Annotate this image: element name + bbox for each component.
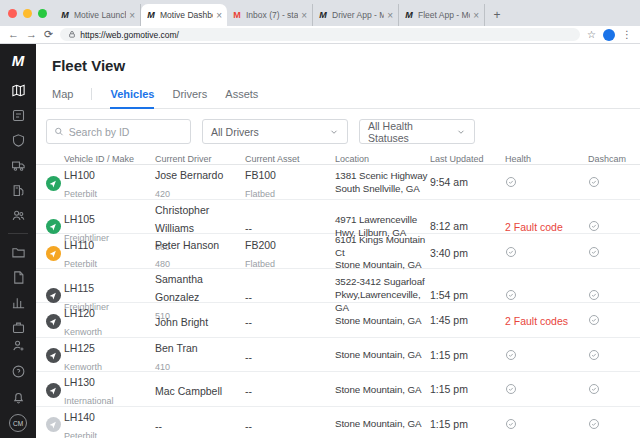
help-icon	[11, 364, 26, 379]
sidebar-item-fuel-icon[interactable]	[7, 181, 29, 199]
vehicle-location: 6101 Kings Mountain Ct Stone Mountain, G…	[335, 234, 430, 272]
search-input[interactable]	[69, 126, 183, 138]
browser-tab[interactable]: MInbox (7) - stan.marshal@trucki×	[227, 4, 313, 26]
tab-close-icon[interactable]: ×	[387, 10, 393, 21]
minimize-window-button[interactable]	[23, 9, 32, 18]
table-row[interactable]: LH115Freightliner Samantha Gonzalez510 -…	[36, 269, 640, 304]
sidebar-item-users-icon[interactable]	[7, 206, 29, 224]
driver-name: John Bright	[155, 316, 208, 328]
driver-filter-select[interactable]: All Drivers	[202, 119, 348, 144]
bookmark-star-icon[interactable]: ☆	[587, 29, 596, 40]
table-row[interactable]: LH125Kenworth Ben Tran410 -- Stone Mount…	[36, 338, 640, 373]
last-updated: 1:15 pm	[430, 418, 505, 431]
folder-icon	[11, 245, 26, 260]
table-row[interactable]: LH100Peterbilt Jose Bernardo420 FB100Fla…	[36, 165, 640, 200]
sidebar-item-folder-icon[interactable]	[7, 243, 29, 261]
table-row[interactable]: LH140Peterbilt -- -- Stone Mountain, GA …	[36, 407, 640, 438]
reload-icon[interactable]: ⟳	[44, 29, 53, 40]
vehicles-table: Vehicle ID / MakeCurrent DriverCurrent A…	[36, 154, 640, 438]
sidebar-item-bell-icon[interactable]	[7, 388, 29, 406]
motive-favicon: M	[146, 10, 156, 20]
tab-map[interactable]: Map	[52, 88, 73, 108]
browser-tab[interactable]: MDriver App - Motive×	[313, 4, 399, 26]
gmail-favicon: M	[232, 10, 242, 20]
health-fault-link[interactable]: 2 Fault codes	[505, 315, 588, 327]
sidebar-item-reports-chart-icon[interactable]	[7, 293, 29, 311]
close-window-button[interactable]	[8, 9, 17, 18]
asset-id: --	[245, 420, 252, 432]
tab-drivers[interactable]: Drivers	[172, 88, 207, 108]
motive-favicon: M	[404, 10, 414, 20]
column-header: Dashcam	[588, 154, 640, 164]
vehicle-make: International	[64, 396, 114, 406]
address-bar[interactable]: https://web.gomotive.com/	[60, 28, 580, 41]
last-updated: 1:15 pm	[430, 349, 505, 362]
map-icon	[11, 83, 26, 98]
forward-icon[interactable]: →	[26, 29, 37, 40]
table-row[interactable]: LH110Peterbilt Peter Hanson480 FB200Flat…	[36, 234, 640, 269]
browser-profile-avatar[interactable]	[603, 29, 615, 41]
tab-close-icon[interactable]: ×	[129, 10, 135, 21]
user-avatar[interactable]: CM	[9, 414, 27, 432]
vehicle-status-icon	[46, 288, 61, 303]
vehicle-status-icon	[46, 417, 61, 432]
vehicle-id: LH125	[64, 342, 95, 354]
vehicle-location: Stone Mountain, GA	[335, 349, 430, 362]
browser-tab[interactable]: MFleet App - Motive×	[399, 4, 485, 26]
vehicle-id: LH100	[64, 169, 95, 181]
table-row[interactable]: LH130International Mac Campbell -- Stone…	[36, 372, 640, 407]
browser-tab[interactable]: MMotive Dashboard×	[141, 4, 227, 26]
health-fault-link[interactable]: 2 Fault code	[505, 221, 588, 233]
asset-id: --	[245, 291, 252, 303]
table-row[interactable]: LH105Freightliner Christopher Williams56…	[36, 200, 640, 235]
column-header: Current Asset	[245, 154, 335, 164]
sidebar-item-help-icon[interactable]	[7, 362, 29, 380]
asset-id: --	[245, 385, 252, 397]
health-ok-icon	[505, 347, 588, 365]
motive-favicon: M	[318, 10, 328, 20]
truck-dispatch-icon	[11, 158, 26, 173]
tab-vehicles[interactable]: Vehicles	[110, 88, 154, 108]
sidebar-item-compliance-list-icon[interactable]	[7, 106, 29, 124]
lock-icon	[68, 30, 76, 39]
health-ok-icon	[505, 174, 588, 192]
driver-name: Samantha Gonzalez	[155, 273, 203, 303]
column-header: Location	[335, 154, 430, 164]
tab-close-icon[interactable]: ×	[301, 10, 307, 21]
vehicle-id: LH140	[64, 411, 95, 423]
new-tab-button[interactable]: +	[489, 7, 505, 23]
chevron-down-icon	[456, 127, 466, 137]
tab-close-icon[interactable]: ×	[216, 10, 222, 21]
browser-window: MMotive Launchpad×MMotive Dashboard×MInb…	[0, 0, 640, 438]
vehicle-location: Stone Mountain, GA	[335, 315, 430, 328]
bell-icon	[11, 390, 26, 405]
browser-menu-icon[interactable]: ⋮	[622, 29, 632, 40]
document-icon	[11, 270, 26, 285]
driver-name: Jose Bernardo	[155, 169, 223, 181]
tab-close-icon[interactable]: ×	[473, 10, 479, 21]
tab-assets[interactable]: Assets	[225, 88, 258, 108]
search-box[interactable]	[46, 119, 191, 144]
sidebar-item-document-icon[interactable]	[7, 268, 29, 286]
tab-divider	[91, 88, 92, 100]
dashcam-ok-icon	[588, 381, 640, 399]
url-text: https://web.gomotive.com/	[80, 30, 179, 40]
asset-type: Flatbed	[245, 259, 275, 269]
back-icon[interactable]: ←	[8, 29, 19, 40]
sidebar-item-truck-dispatch-icon[interactable]	[7, 156, 29, 174]
health-filter-select[interactable]: All Health Statuses	[359, 119, 475, 144]
asset-type: Flatbed	[245, 189, 275, 199]
sidebar-item-box-icon[interactable]	[7, 318, 29, 336]
table-header: Vehicle ID / MakeCurrent DriverCurrent A…	[36, 154, 640, 165]
browser-tab[interactable]: MMotive Launchpad×	[55, 4, 141, 26]
sidebar-item-safety-shield-icon[interactable]	[7, 131, 29, 149]
sidebar-item-person-add-icon[interactable]	[7, 336, 29, 354]
compliance-list-icon	[11, 108, 26, 123]
sidebar-item-map-icon[interactable]	[7, 81, 29, 99]
motive-favicon: M	[60, 10, 70, 20]
driver-number: 410	[155, 362, 170, 372]
browser-tab-title: Motive Launchpad	[74, 10, 126, 20]
vehicle-status-icon	[46, 348, 61, 363]
last-updated: 1:45 pm	[430, 314, 505, 327]
zoom-window-button[interactable]	[38, 9, 47, 18]
